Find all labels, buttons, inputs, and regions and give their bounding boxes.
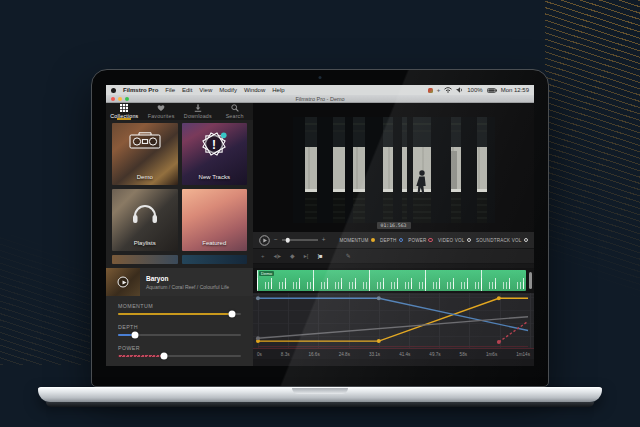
desktop-background: Filmstro Pro File Edit View Modify Windo… bbox=[0, 0, 640, 427]
zoom-window-button[interactable] bbox=[125, 97, 129, 101]
channel-toggle-depth[interactable]: DEPTH bbox=[380, 238, 403, 243]
channel-label: VIDEO VOL bbox=[438, 238, 465, 243]
collection-tile-demo[interactable]: Demo bbox=[112, 123, 178, 185]
app-menu-title[interactable]: Filmstro Pro bbox=[123, 87, 158, 93]
video-frame bbox=[293, 117, 495, 223]
depth-slider-track[interactable] bbox=[118, 334, 241, 336]
collection-tile-partial[interactable] bbox=[112, 255, 178, 264]
status-app-icon[interactable] bbox=[428, 88, 433, 93]
channel-sliders-panel: MOMENTUM DEPTH bbox=[106, 296, 253, 366]
now-playing-bar[interactable]: Baryon Aquarium / Coral Reef / Colourful… bbox=[106, 268, 253, 296]
axis-tick: 33.1s bbox=[369, 352, 380, 357]
window-title: Filmstro Pro - Demo bbox=[295, 96, 344, 102]
laptop-base-underside bbox=[46, 402, 594, 407]
tab-downloads[interactable]: Downloads bbox=[180, 103, 217, 120]
track-subtitle: Aquarium / Coral Reef / Colourful Life bbox=[146, 284, 229, 290]
volume-icon[interactable] bbox=[456, 87, 463, 93]
collection-tile-playlists[interactable]: Playlists bbox=[112, 189, 178, 251]
power-slider-handle[interactable] bbox=[160, 353, 167, 360]
menu-edit[interactable]: Edit bbox=[182, 87, 192, 93]
play-track-button[interactable] bbox=[118, 277, 129, 288]
collections-grid-icon bbox=[120, 104, 128, 112]
menu-modify[interactable]: Modify bbox=[219, 87, 237, 93]
depth-slider: DEPTH bbox=[118, 324, 241, 336]
timeline-clip-label: Demo bbox=[259, 271, 274, 276]
tab-search[interactable]: Search bbox=[216, 103, 253, 120]
edit-icon[interactable]: ✎ bbox=[346, 253, 351, 259]
collection-tile-label: Playlists bbox=[112, 240, 178, 246]
minimize-window-button[interactable] bbox=[118, 97, 122, 101]
collection-tile-label: New Tracks bbox=[182, 174, 248, 180]
close-window-button[interactable] bbox=[111, 97, 115, 101]
momentum-slider-track[interactable] bbox=[118, 313, 241, 315]
collections-grid: Demo ! New Tracks Playlists Featured bbox=[106, 120, 253, 264]
channel-label: DEPTH bbox=[380, 238, 397, 243]
laptop-display: Filmstro Pro File Edit View Modify Windo… bbox=[106, 85, 534, 366]
battery-percent: 100% bbox=[467, 87, 482, 93]
axis-tick: 41.4s bbox=[399, 352, 410, 357]
axis-tick: 1m14s bbox=[516, 352, 530, 357]
axis-tick: 58s bbox=[460, 352, 467, 357]
power-ring-icon bbox=[428, 238, 433, 243]
axis-tick: 24.8s bbox=[339, 352, 350, 357]
menu-help[interactable]: Help bbox=[272, 87, 284, 93]
decor-stripes-left bbox=[0, 235, 90, 365]
power-slider-track[interactable] bbox=[118, 355, 241, 357]
axis-tick: 8.3s bbox=[281, 352, 290, 357]
momentum-slider-fill bbox=[118, 313, 232, 315]
video-preview-zone[interactable]: 01:16.563 bbox=[253, 103, 534, 232]
timeline-clip[interactable]: Demo bbox=[257, 270, 526, 291]
wifi-icon[interactable] bbox=[444, 87, 452, 93]
add-keyframe-icon[interactable]: + bbox=[261, 253, 265, 259]
depth-slider-label: DEPTH bbox=[118, 324, 241, 330]
menu-view[interactable]: View bbox=[199, 87, 212, 93]
axis-tick: 49.7s bbox=[429, 352, 440, 357]
expand-keyframe-icon[interactable]: ◆ bbox=[290, 253, 295, 259]
channel-toggle-momentum[interactable]: MOMENTUM bbox=[339, 238, 375, 243]
timeline-row: Demo bbox=[253, 268, 534, 293]
momentum-slider-handle[interactable] bbox=[229, 311, 236, 318]
zoom-in-button[interactable]: + bbox=[322, 237, 326, 244]
channel-toggles: MOMENTUM DEPTH POWER bbox=[339, 238, 528, 243]
boombox-icon bbox=[129, 131, 161, 151]
bracket-out-icon[interactable]: ]■ bbox=[317, 253, 322, 259]
axis-tick: 16.6s bbox=[308, 352, 319, 357]
axis-tick: 0s bbox=[257, 352, 262, 357]
decor-stripes-right bbox=[545, 0, 640, 330]
preview-zoom-slider[interactable] bbox=[282, 239, 318, 241]
preview-zoom-handle[interactable] bbox=[285, 238, 290, 243]
timeline-scrollbar[interactable] bbox=[529, 272, 532, 289]
collection-tile-new-tracks[interactable]: ! New Tracks bbox=[182, 123, 248, 185]
trim-in-icon[interactable]: ◂|▸ bbox=[274, 253, 282, 259]
search-icon bbox=[231, 104, 239, 112]
filmstro-app: Collections Favourites Downloads Se bbox=[106, 103, 534, 366]
automation-curves-svg bbox=[253, 293, 534, 348]
laptop-screen: Filmstro Pro File Edit View Modify Windo… bbox=[91, 69, 549, 387]
heart-icon bbox=[157, 104, 165, 112]
window-title-bar[interactable]: Filmstro Pro - Demo bbox=[106, 95, 534, 103]
collection-tile-partial[interactable] bbox=[182, 255, 248, 264]
status-misc-icon[interactable]: + bbox=[437, 87, 441, 93]
battery-icon[interactable] bbox=[487, 88, 497, 93]
channel-toggle-power[interactable]: POWER bbox=[408, 238, 433, 243]
tab-collections[interactable]: Collections bbox=[106, 103, 143, 120]
zoom-out-button[interactable]: − bbox=[274, 237, 278, 244]
menu-window[interactable]: Window bbox=[244, 87, 265, 93]
apple-menu-icon[interactable] bbox=[111, 88, 116, 93]
collection-tile-featured[interactable]: Featured bbox=[182, 189, 248, 251]
menu-file[interactable]: File bbox=[165, 87, 175, 93]
track-title: Baryon bbox=[146, 275, 229, 282]
library-sidebar: Collections Favourites Downloads Se bbox=[106, 103, 253, 366]
automation-graph[interactable] bbox=[253, 293, 534, 348]
bottom-filler bbox=[253, 359, 534, 366]
bracket-in-icon[interactable]: ▸[ bbox=[304, 253, 309, 259]
tab-favourites[interactable]: Favourites bbox=[143, 103, 180, 120]
menu-bar-clock[interactable]: Mon 12:59 bbox=[501, 87, 529, 93]
depth-slider-handle[interactable] bbox=[132, 332, 139, 339]
webcam-dot bbox=[319, 76, 322, 79]
new-tracks-badge-icon: ! bbox=[201, 131, 227, 157]
macos-menu-bar: Filmstro Pro File Edit View Modify Windo… bbox=[106, 85, 534, 95]
channel-toggle-video-vol[interactable]: VIDEO VOL bbox=[438, 238, 471, 243]
channel-toggle-soundtrack-vol[interactable]: SOUNDTRACK VOL bbox=[476, 238, 528, 243]
play-button[interactable] bbox=[259, 235, 270, 246]
